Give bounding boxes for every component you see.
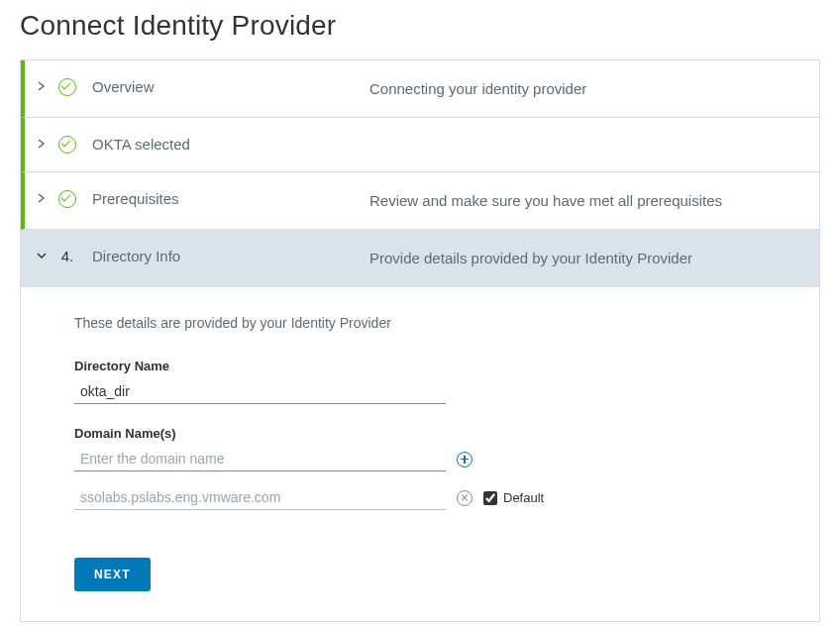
chevron-right-icon (37, 80, 52, 94)
wizard-step-prerequisites[interactable]: Prerequisites Review and make sure you h… (21, 172, 819, 230)
step-title: Overview (82, 78, 369, 95)
wizard-step-overview[interactable]: Overview Connecting your identity provid… (21, 60, 819, 118)
step-desc: Review and make sure you have met all pr… (369, 190, 799, 211)
step-status-icon (52, 136, 82, 154)
next-button[interactable]: NEXT (74, 558, 151, 591)
add-domain-button[interactable] (456, 451, 473, 469)
x-circle-icon (457, 490, 472, 506)
directory-name-label: Directory Name (74, 359, 799, 373)
wizard-step-okta[interactable]: OKTA selected (21, 118, 819, 172)
intro-text: These details are provided by your Ident… (74, 315, 799, 331)
plus-circle-icon (457, 452, 472, 468)
domain-entry-row: Default (74, 485, 799, 510)
domain-entry-value[interactable] (74, 485, 446, 510)
page-title: Connect Identity Provider (20, 10, 820, 42)
step-title: Prerequisites (82, 190, 369, 207)
check-circle-icon (58, 136, 76, 154)
step-status-icon (52, 190, 82, 208)
remove-domain-button[interactable] (456, 489, 473, 507)
domain-names-label: Domain Name(s) (74, 426, 799, 441)
step-number: 4. (61, 248, 74, 264)
check-circle-icon (58, 78, 76, 96)
default-checkbox-wrap[interactable]: Default (483, 490, 544, 505)
domain-names-group: Domain Name(s) Default (74, 426, 799, 510)
chevron-down-icon (37, 250, 52, 263)
wizard-step-directory-info[interactable]: 4. Directory Info Provide details provid… (21, 230, 819, 287)
chevron-right-icon (37, 138, 52, 152)
step-title: OKTA selected (82, 136, 369, 153)
step-title: Directory Info (82, 248, 369, 264)
directory-name-input[interactable] (74, 379, 446, 404)
wizard-container: Overview Connecting your identity provid… (20, 59, 820, 622)
directory-name-group: Directory Name (74, 359, 799, 404)
step-desc: Provide details provided by your Identit… (369, 248, 799, 268)
directory-info-body: These details are provided by your Ident… (21, 287, 819, 621)
step-status-number: 4. (52, 248, 82, 264)
default-checkbox-label: Default (503, 490, 544, 505)
chevron-right-icon (37, 192, 52, 206)
check-circle-icon (58, 190, 76, 208)
default-checkbox[interactable] (483, 491, 497, 505)
step-status-icon (52, 78, 82, 96)
domain-add-row (74, 447, 799, 471)
step-desc: Connecting your identity provider (369, 78, 799, 99)
domain-name-input[interactable] (74, 447, 446, 471)
